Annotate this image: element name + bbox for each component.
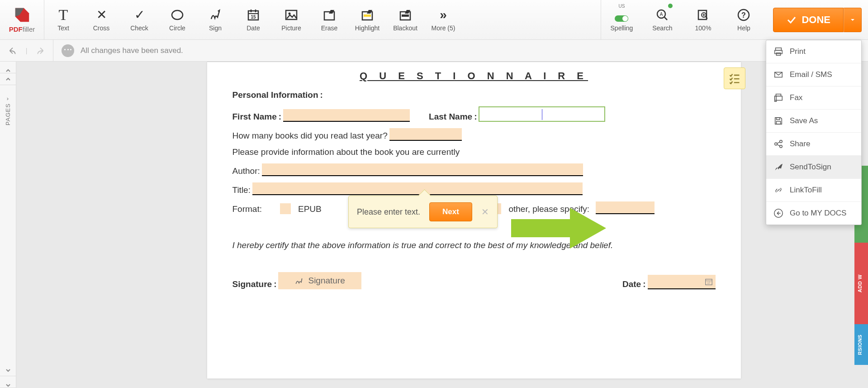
svg-point-0 <box>172 10 183 19</box>
certify-text: I hereby certify that the above informat… <box>232 240 716 250</box>
sign-tool[interactable]: Sign <box>196 0 234 39</box>
spelling-toggle-icon <box>615 15 628 22</box>
fax-icon <box>773 93 783 103</box>
text-label: Text <box>57 24 69 32</box>
undo-icon[interactable] <box>8 46 18 56</box>
share-icon <box>773 139 783 149</box>
help-label: Help <box>737 24 750 32</box>
circle-icon <box>171 8 184 22</box>
menu-print[interactable]: Print <box>766 40 861 63</box>
text-tool[interactable]: T Text <box>44 0 82 39</box>
menu-email[interactable]: Email / SMS <box>766 63 861 86</box>
check-tool[interactable]: ✓ Check <box>120 0 158 39</box>
done-dropdown-toggle[interactable] <box>844 8 862 32</box>
scroll-up-button[interactable] <box>0 73 16 85</box>
blackout-label: Blackout <box>393 24 417 32</box>
zoom-tool[interactable]: 100% <box>683 0 723 39</box>
svg-point-36 <box>780 140 783 143</box>
menu-go-to-docs[interactable]: Go to MY DOCS <box>766 202 861 225</box>
print-icon <box>773 47 783 57</box>
svg-rect-10 <box>364 14 371 17</box>
pages-panel-toggle[interactable]: PAGES › <box>5 97 11 125</box>
last-name-label: Last Name <box>429 112 472 122</box>
author-field[interactable] <box>262 163 583 176</box>
date-tool[interactable]: 15 Date <box>234 0 272 39</box>
side-tab-add-watermark[interactable]: ADD W <box>854 243 868 324</box>
logo[interactable]: PDFfiller <box>0 0 44 39</box>
arrow-icon <box>511 206 606 251</box>
done-wrap: DONE <box>764 0 868 39</box>
svg-rect-32 <box>775 96 777 101</box>
svg-line-20 <box>706 17 707 19</box>
section-personal: Personal Information <box>232 90 318 100</box>
title-field[interactable] <box>252 182 583 195</box>
spelling-label: Spelling <box>611 24 633 32</box>
more-tool[interactable]: » More (5) <box>424 0 462 39</box>
scroll-top-button[interactable] <box>0 62 16 73</box>
calendar-icon: 17 <box>705 278 713 286</box>
epub-label: EPUB <box>298 204 322 214</box>
circle-label: Circle <box>169 24 185 32</box>
menu-send-to-sign[interactable]: SendToSign <box>766 156 861 179</box>
cross-label: Cross <box>93 24 110 32</box>
help-tool[interactable]: ? Help <box>723 0 764 39</box>
picture-icon <box>285 8 298 22</box>
menu-save-as-label: Save As <box>790 116 818 125</box>
author-label: Author: <box>232 166 260 176</box>
sign-label: Sign <box>209 24 222 32</box>
svg-rect-28 <box>776 53 780 56</box>
caret-down-icon <box>850 17 855 23</box>
checklist-icon <box>728 72 741 85</box>
menu-link-to-fill-label: LinkToFill <box>790 186 822 195</box>
date-label: Date <box>247 24 260 32</box>
svg-rect-31 <box>775 96 783 100</box>
main-area: PAGES › Q U E S T I O N N A I R E Person… <box>0 62 868 388</box>
done-menu: Print Email / SMS Fax Save As Share Send… <box>766 40 862 225</box>
menu-share[interactable]: Share <box>766 133 861 156</box>
highlight-tool[interactable]: Highlight <box>348 0 386 39</box>
search-label: Search <box>652 24 672 32</box>
status-text: All changes have been saved. <box>81 46 183 55</box>
text-cursor <box>542 109 542 120</box>
scroll-bottom-button[interactable] <box>0 376 16 388</box>
side-tab-versions[interactable]: RSIONS <box>854 324 868 365</box>
blackout-tool[interactable]: Blackout <box>386 0 424 39</box>
zoom-label: 100% <box>695 24 711 32</box>
status-bar: | All changes have been saved. <box>0 40 868 62</box>
circle-tool[interactable]: Circle <box>158 0 196 39</box>
svg-rect-27 <box>775 50 783 53</box>
zoom-icon <box>696 8 710 22</box>
task-list-badge[interactable] <box>724 67 745 89</box>
first-name-field[interactable] <box>283 109 410 122</box>
done-button[interactable]: DONE <box>773 8 844 32</box>
erase-label: Erase <box>321 24 338 32</box>
cross-tool[interactable]: ✕ Cross <box>82 0 120 39</box>
menu-share-label: Share <box>790 139 810 148</box>
divider: | <box>26 47 28 54</box>
menu-fax[interactable]: Fax <box>766 86 861 110</box>
picture-tool[interactable]: Picture <box>272 0 310 39</box>
more-label: More (5) <box>432 24 455 32</box>
tooltip-next-button[interactable]: Next <box>429 202 472 221</box>
menu-link-to-fill[interactable]: LinkToFill <box>766 179 861 202</box>
help-icon: ? <box>737 8 750 22</box>
pdffiller-logo-icon <box>14 6 31 24</box>
tooltip-close-button[interactable]: ✕ <box>481 206 489 217</box>
search-tool[interactable]: A Search <box>642 0 683 39</box>
search-icon: A <box>655 8 669 22</box>
signature-field[interactable]: Signature <box>278 272 361 289</box>
date-field[interactable]: 17 <box>648 275 716 289</box>
highlight-label: Highlight <box>355 24 379 32</box>
epub-checkbox[interactable] <box>280 203 291 214</box>
erase-tool[interactable]: Erase <box>310 0 348 39</box>
doc-title: Q U E S T I O N N A I R E <box>232 70 716 82</box>
picture-label: Picture <box>281 24 301 32</box>
spelling-tool[interactable]: US Spelling <box>601 0 642 39</box>
last-name-field[interactable] <box>479 106 605 122</box>
svg-rect-33 <box>776 118 779 120</box>
scroll-down-button[interactable] <box>0 364 16 376</box>
redo-icon[interactable] <box>35 46 45 56</box>
field-tooltip: Please enter text. Next ✕ <box>348 196 498 228</box>
menu-save-as[interactable]: Save As <box>766 110 861 133</box>
books-count-field[interactable] <box>389 128 462 141</box>
